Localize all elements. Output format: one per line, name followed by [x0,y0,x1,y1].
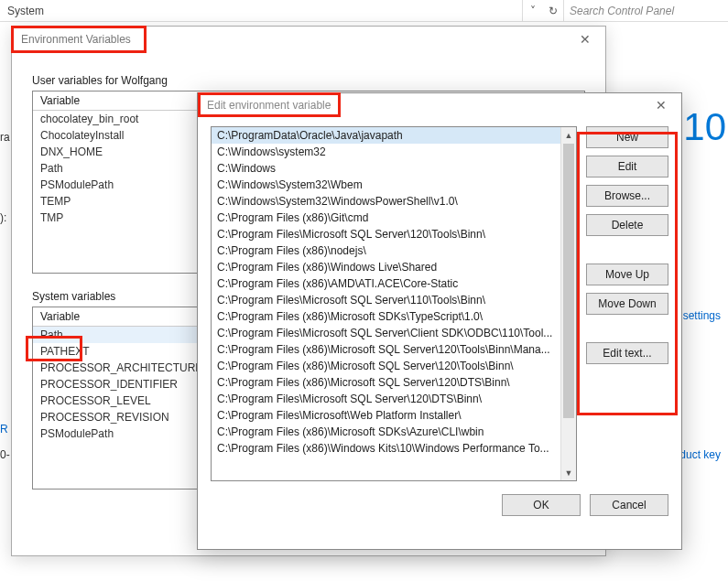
path-row[interactable]: C:\Program Files\Microsoft SQL Server\12… [212,226,560,242]
address-bar: System ˅ ↻ Search Control Panel [0,0,728,22]
dialog-footer: OK Cancel [198,487,681,527]
delete-button[interactable]: Delete [586,214,668,236]
refresh-icon[interactable]: ↻ [543,1,563,21]
address-dropdown-icon[interactable]: ˅ [523,1,543,21]
path-row[interactable]: C:\Program Files\Microsoft SQL Server\12… [212,391,560,407]
move-down-button[interactable]: Move Down [586,293,668,315]
scroll-up-icon[interactable]: ▲ [561,127,576,143]
path-row[interactable]: C:\Program Files\Microsoft\Web Platform … [212,407,560,424]
path-row[interactable]: C:\Program Files (x86)\Microsoft SQL Ser… [212,341,560,358]
edit-text-button[interactable]: Edit text... [586,342,668,364]
path-row[interactable]: C:\Program Files (x86)\Microsoft SDKs\Ty… [212,308,560,325]
user-vars-label: User variables for Wolfgang [32,74,605,87]
path-row[interactable]: C:\Program Files (x86)\Windows Live\Shar… [212,259,560,275]
path-row[interactable]: C:\Program Files (x86)\Windows Kits\10\W… [212,440,560,457]
bg-text: ra [0,131,10,144]
path-row[interactable]: C:\Program Files (x86)\Microsoft SDKs\Az… [212,424,560,440]
path-row[interactable]: C:\Windows\System32\Wbem [212,177,560,193]
path-row[interactable]: C:\Program Files (x86)\Git\cmd [212,210,560,226]
move-up-button[interactable]: Move Up [586,264,668,285]
path-list[interactable]: C:\ProgramData\Oracle\Java\javapathC:\Wi… [211,126,577,481]
new-button[interactable]: New [586,126,668,148]
bg-link-r[interactable]: R [0,423,8,436]
close-icon[interactable]: ✕ [574,32,596,47]
path-row[interactable]: C:\Program Files (x86)\Microsoft SQL Ser… [212,374,560,391]
scroll-down-icon[interactable]: ▼ [561,465,576,480]
cancel-button[interactable]: Cancel [590,494,668,516]
browse-button[interactable]: Browse... [586,185,668,207]
edit-dialog-titlebar: Edit environment variable ✕ [198,93,681,117]
env-dialog-titlebar: Environment Variables ✕ [12,27,605,52]
ok-button[interactable]: OK [502,494,581,516]
bg-text: ): [0,211,6,224]
address-text[interactable]: System [0,0,523,22]
path-row[interactable]: C:\Program Files (x86)\AMD\ATI.ACE\Core-… [212,275,560,292]
path-row[interactable]: C:\Program Files\Microsoft SQL Server\Cl… [212,325,560,341]
path-row[interactable]: C:\Program Files (x86)\Microsoft SQL Ser… [212,358,560,374]
scrollbar[interactable]: ▲ ▼ [560,127,576,480]
search-input[interactable]: Search Control Panel [563,0,728,22]
edit-env-variable-dialog: Edit environment variable ✕ C:\ProgramDa… [197,92,682,550]
path-row[interactable]: C:\ProgramData\Oracle\Java\javapath [212,127,560,144]
path-row[interactable]: C:\Windows\System32\WindowsPowerShell\v1… [212,193,560,210]
close-icon[interactable]: ✕ [650,98,672,113]
env-dialog-title: Environment Variables [21,33,574,46]
path-row[interactable]: C:\Program Files (x86)\nodejs\ [212,242,560,259]
side-button-column: New Edit Browse... Delete Move Up Move D… [586,126,668,481]
path-row[interactable]: C:\Windows\system32 [212,144,560,160]
path-row[interactable]: C:\Windows [212,160,560,177]
path-row[interactable]: C:\Program Files\Microsoft SQL Server\11… [212,292,560,308]
edit-dialog-title: Edit environment variable [207,99,650,112]
edit-button[interactable]: Edit [586,156,668,178]
bg-text-0: 0- [0,448,10,461]
scrollbar-thumb[interactable] [563,144,574,418]
